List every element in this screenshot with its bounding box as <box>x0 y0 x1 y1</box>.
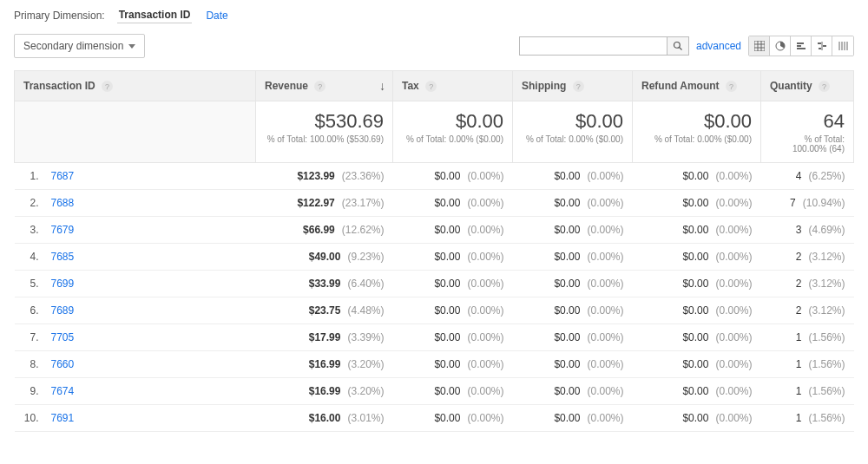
total-sub: % of Total: 100.00% ($530.69) <box>265 134 384 144</box>
transaction-link[interactable]: 7679 <box>51 224 75 236</box>
row-refund: $0.00(0.00%) <box>633 324 761 351</box>
row-shipping: $0.00(0.00%) <box>513 244 633 271</box>
view-table-button[interactable] <box>749 36 770 56</box>
svg-rect-12 <box>818 42 821 44</box>
row-transaction-id: 7660 <box>43 351 256 378</box>
table-row: 6.7689$23.75(4.48%)$0.00(0.00%)$0.00(0.0… <box>15 297 854 324</box>
total-sub: % of Total: 100.00% (64) <box>770 134 845 154</box>
svg-rect-8 <box>797 42 804 44</box>
row-shipping: $0.00(0.00%) <box>513 405 633 432</box>
row-quantity: 1(1.56%) <box>761 405 854 432</box>
col-label: Tax <box>402 80 419 92</box>
col-header-revenue[interactable]: Revenue ? ↓ <box>256 71 393 101</box>
row-tax: $0.00(0.00%) <box>393 244 513 271</box>
row-quantity: 2(3.12%) <box>761 297 854 324</box>
col-label: Quantity <box>770 80 812 92</box>
help-icon[interactable]: ? <box>726 81 737 92</box>
svg-rect-2 <box>754 41 765 51</box>
row-number: 3. <box>15 217 43 244</box>
row-quantity: 7(10.94%) <box>761 190 854 217</box>
row-tax: $0.00(0.00%) <box>393 297 513 324</box>
row-transaction-id: 7689 <box>43 297 256 324</box>
transaction-link[interactable]: 7691 <box>51 412 75 424</box>
row-refund: $0.00(0.00%) <box>633 405 761 432</box>
help-icon[interactable]: ? <box>819 81 830 92</box>
svg-rect-9 <box>797 45 801 47</box>
total-value: $0.00 <box>522 110 623 133</box>
row-number: 10. <box>15 405 43 432</box>
row-shipping: $0.00(0.00%) <box>513 351 633 378</box>
row-shipping: $0.00(0.00%) <box>513 324 633 351</box>
transaction-link[interactable]: 7687 <box>51 170 75 182</box>
row-revenue: $66.99(12.62%) <box>256 217 393 244</box>
search-button[interactable] <box>667 36 689 56</box>
transaction-link[interactable]: 7660 <box>51 358 75 370</box>
row-revenue: $49.00(9.23%) <box>256 244 393 271</box>
total-sub: % of Total: 0.00% ($0.00) <box>402 134 503 144</box>
row-tax: $0.00(0.00%) <box>393 405 513 432</box>
transaction-link[interactable]: 7688 <box>51 197 75 209</box>
transaction-link[interactable]: 7674 <box>51 385 75 397</box>
row-refund: $0.00(0.00%) <box>633 190 761 217</box>
help-icon[interactable]: ? <box>573 81 584 92</box>
row-number: 6. <box>15 297 43 324</box>
tab-transaction-id[interactable]: Transaction ID <box>117 7 193 23</box>
table-row: 4.7685$49.00(9.23%)$0.00(0.00%)$0.00(0.0… <box>15 244 854 271</box>
table-row: 5.7699$33.99(6.40%)$0.00(0.00%)$0.00(0.0… <box>15 271 854 297</box>
row-tax: $0.00(0.00%) <box>393 217 513 244</box>
svg-rect-10 <box>797 48 806 49</box>
advanced-link[interactable]: advanced <box>696 40 741 52</box>
svg-point-0 <box>674 42 680 49</box>
primary-dimension-label: Primary Dimension: <box>14 10 105 22</box>
total-value: $530.69 <box>265 110 384 133</box>
row-revenue: $16.99(3.20%) <box>256 351 393 378</box>
row-number: 7. <box>15 324 43 351</box>
tab-date[interactable]: Date <box>204 8 229 23</box>
row-shipping: $0.00(0.00%) <box>513 271 633 297</box>
view-comparison-button[interactable] <box>812 36 832 56</box>
row-refund: $0.00(0.00%) <box>633 163 761 190</box>
col-label: Revenue <box>265 80 308 92</box>
row-transaction-id: 7685 <box>43 244 256 271</box>
row-number: 8. <box>15 351 43 378</box>
row-transaction-id: 7688 <box>43 190 256 217</box>
row-transaction-id: 7691 <box>43 405 256 432</box>
bars-icon <box>796 41 806 51</box>
row-revenue: $16.99(3.20%) <box>256 378 393 405</box>
secondary-dimension-button[interactable]: Secondary dimension <box>14 34 145 58</box>
help-icon[interactable]: ? <box>425 81 437 92</box>
row-quantity: 3(4.69%) <box>761 217 854 244</box>
row-revenue: $122.97(23.17%) <box>256 190 393 217</box>
table-header-row: Transaction ID ? Revenue ? ↓ Tax ? Shipp… <box>15 71 854 101</box>
table-row: 9.7674$16.99(3.20%)$0.00(0.00%)$0.00(0.0… <box>15 378 854 405</box>
totals-row: $530.69 % of Total: 100.00% ($530.69) $0… <box>15 101 854 163</box>
help-icon[interactable]: ? <box>314 81 326 92</box>
table-row: 8.7660$16.99(3.20%)$0.00(0.00%)$0.00(0.0… <box>15 351 854 378</box>
total-value: $0.00 <box>402 110 503 133</box>
col-header-tax[interactable]: Tax ? <box>393 71 513 101</box>
secondary-dimension-label: Secondary dimension <box>23 40 123 52</box>
col-header-refund[interactable]: Refund Amount ? <box>633 71 761 101</box>
col-header-shipping[interactable]: Shipping ? <box>513 71 633 101</box>
table-icon <box>754 41 765 51</box>
transaction-link[interactable]: 7699 <box>51 278 75 290</box>
transaction-link[interactable]: 7685 <box>51 251 75 263</box>
row-refund: $0.00(0.00%) <box>633 271 761 297</box>
pivot-icon <box>838 41 848 51</box>
transaction-link[interactable]: 7689 <box>51 304 75 317</box>
col-label: Shipping <box>522 80 566 92</box>
col-header-quantity[interactable]: Quantity ? <box>761 71 854 101</box>
view-performance-button[interactable] <box>791 36 812 56</box>
row-shipping: $0.00(0.00%) <box>513 217 633 244</box>
transaction-link[interactable]: 7705 <box>51 331 75 343</box>
help-icon[interactable]: ? <box>102 81 113 92</box>
view-pie-button[interactable] <box>770 36 791 56</box>
view-pivot-button[interactable] <box>832 36 853 56</box>
row-revenue: $33.99(6.40%) <box>256 271 393 297</box>
search-input[interactable] <box>519 36 667 56</box>
col-header-transaction-id[interactable]: Transaction ID ? <box>15 71 256 101</box>
row-quantity: 4(6.25%) <box>761 163 854 190</box>
row-number: 2. <box>15 190 43 217</box>
row-number: 1. <box>15 163 43 190</box>
row-refund: $0.00(0.00%) <box>633 217 761 244</box>
